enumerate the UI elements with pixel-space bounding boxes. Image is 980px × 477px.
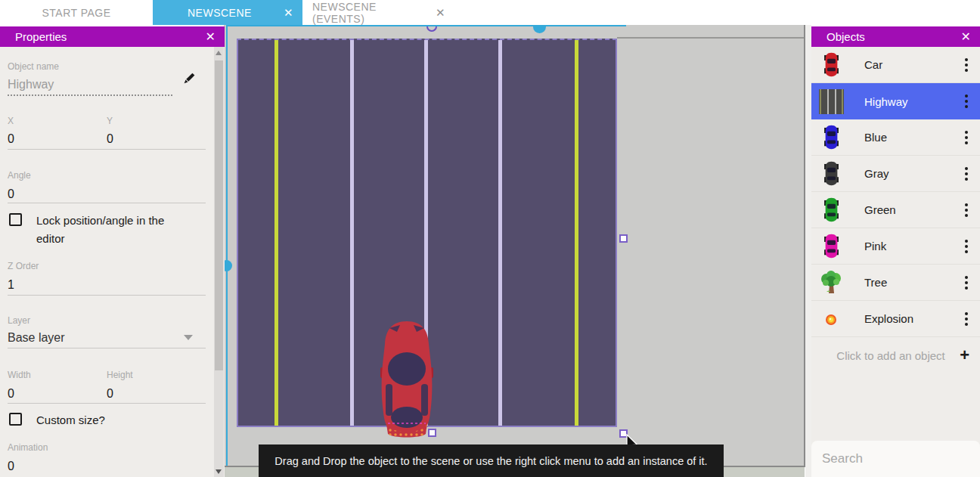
lane-line-yellow	[274, 40, 278, 426]
objects-list: Car Highway	[811, 47, 980, 373]
angle-field[interactable]: 0	[8, 187, 14, 201]
height-label: Height	[107, 370, 133, 380]
object-search-box[interactable]	[811, 441, 980, 477]
object-label: Gray	[864, 167, 960, 180]
z-order-label: Z Order	[8, 261, 39, 271]
add-object-label: Click to add an object	[822, 349, 960, 362]
field-underline	[8, 203, 206, 203]
selection-handle-right[interactable]	[619, 234, 628, 243]
object-name-label: Object name	[8, 61, 59, 72]
car-icon	[819, 52, 844, 77]
tab-newscene-events[interactable]: NEWSCENE (EVENTS) ✕	[302, 0, 455, 25]
object-name-underline	[8, 94, 172, 96]
kebab-menu-icon[interactable]	[960, 237, 972, 256]
chevron-down-icon[interactable]	[184, 335, 193, 340]
kebab-menu-icon[interactable]	[960, 55, 972, 75]
search-input[interactable]	[822, 451, 980, 466]
y-field[interactable]: 0	[107, 132, 113, 146]
object-row-gray[interactable]: Gray	[811, 156, 980, 192]
tab-bar: START PAGE NEWSCENE ✕ NEWSCENE (EVENTS) …	[0, 0, 980, 25]
kebab-menu-icon[interactable]	[960, 164, 972, 184]
tab-label: START PAGE	[42, 7, 110, 19]
selection-handle-bottom-right[interactable]	[619, 429, 628, 438]
field-underline	[8, 403, 206, 404]
kebab-menu-icon[interactable]	[960, 200, 972, 220]
kebab-menu-icon[interactable]	[960, 273, 972, 293]
width-field[interactable]: 0	[8, 387, 14, 401]
object-name-field[interactable]: Highway	[8, 78, 54, 91]
lock-position-checkbox[interactable]	[9, 213, 22, 226]
lane-line-white	[350, 40, 354, 426]
edit-pencil-icon[interactable]	[181, 72, 196, 86]
panel-title: Objects	[826, 30, 961, 43]
height-field[interactable]: 0	[107, 387, 113, 401]
x-label: X	[8, 116, 14, 126]
canvas-right-border	[804, 25, 805, 467]
object-row-explosion[interactable]: Explosion	[811, 301, 980, 337]
properties-scrollbar[interactable]	[214, 47, 224, 477]
kebab-menu-icon[interactable]	[960, 128, 972, 147]
car-icon	[819, 125, 844, 150]
object-label: Green	[864, 203, 960, 216]
scroll-down-icon[interactable]	[216, 469, 222, 474]
x-field[interactable]: 0	[8, 132, 14, 146]
properties-panel: Properties ✕ Object name Highway X Y 0 0…	[0, 26, 225, 477]
objects-panel-header: Objects ✕	[811, 26, 980, 47]
tab-newscene[interactable]: NEWSCENE ✕	[153, 0, 302, 25]
tree-icon	[819, 270, 844, 295]
lock-position-label: Lock position/angle in the editor	[36, 212, 184, 248]
drag-drop-tooltip: Drag and Drop the object to the scene or…	[259, 444, 724, 477]
field-underline	[8, 348, 206, 348]
scene-bounds-top-line	[617, 37, 805, 39]
angle-label: Angle	[8, 170, 31, 181]
highway-icon	[819, 89, 844, 114]
canvas-gutter	[805, 25, 811, 477]
plus-icon[interactable]: +	[960, 348, 969, 363]
object-label: Highway	[864, 95, 960, 108]
properties-panel-header: Properties ✕	[0, 26, 225, 47]
kebab-menu-icon[interactable]	[960, 91, 972, 111]
close-icon[interactable]: ✕	[284, 6, 293, 20]
custom-size-label: Custom size?	[36, 411, 105, 429]
close-icon[interactable]: ✕	[206, 29, 216, 44]
object-row-green[interactable]: Green	[811, 192, 980, 228]
object-row-blue[interactable]: Blue	[811, 119, 980, 156]
scrollbar-thumb[interactable]	[215, 60, 223, 370]
object-row-tree[interactable]: Tree	[811, 265, 980, 301]
object-label: Explosion	[864, 312, 960, 325]
tab-label: NEWSCENE	[162, 7, 278, 19]
car-icon	[819, 197, 844, 222]
explosion-icon	[819, 306, 844, 331]
object-label: Blue	[864, 131, 960, 144]
z-order-field[interactable]: 1	[8, 278, 14, 292]
object-row-highway[interactable]: Highway	[811, 83, 980, 119]
selection-handle-bottom-center[interactable]	[428, 429, 436, 437]
kebab-menu-icon[interactable]	[960, 309, 972, 329]
lane-line-yellow	[575, 40, 578, 426]
field-underline	[8, 149, 206, 150]
object-label: Car	[864, 58, 960, 71]
close-icon[interactable]: ✕	[436, 6, 445, 20]
object-label: Tree	[864, 276, 960, 289]
custom-size-checkbox[interactable]	[9, 413, 22, 426]
close-icon[interactable]: ✕	[961, 29, 971, 44]
add-object-row[interactable]: Click to add an object +	[811, 337, 980, 373]
tab-label: NEWSCENE (EVENTS)	[312, 1, 430, 25]
animation-field[interactable]: 0	[8, 460, 14, 473]
object-row-car[interactable]: Car	[811, 47, 980, 83]
scroll-up-icon[interactable]	[216, 51, 222, 55]
field-underline	[8, 295, 206, 296]
object-label: Pink	[864, 240, 960, 252]
scene-editor-app: START PAGE NEWSCENE ✕ NEWSCENE (EVENTS) …	[0, 0, 980, 477]
tab-start-page[interactable]: START PAGE	[0, 0, 153, 25]
layer-select[interactable]: Base layer	[8, 331, 65, 345]
object-row-pink[interactable]: Pink	[811, 228, 980, 265]
animation-label: Animation	[8, 442, 48, 453]
car-icon	[819, 234, 844, 259]
car-sprite[interactable]	[377, 319, 436, 440]
panel-title: Properties	[15, 30, 206, 43]
lane-line-white	[498, 40, 502, 426]
scene-left-guide-line	[226, 25, 228, 466]
y-label: Y	[107, 116, 113, 126]
objects-panel: Objects ✕ Car	[811, 26, 980, 477]
